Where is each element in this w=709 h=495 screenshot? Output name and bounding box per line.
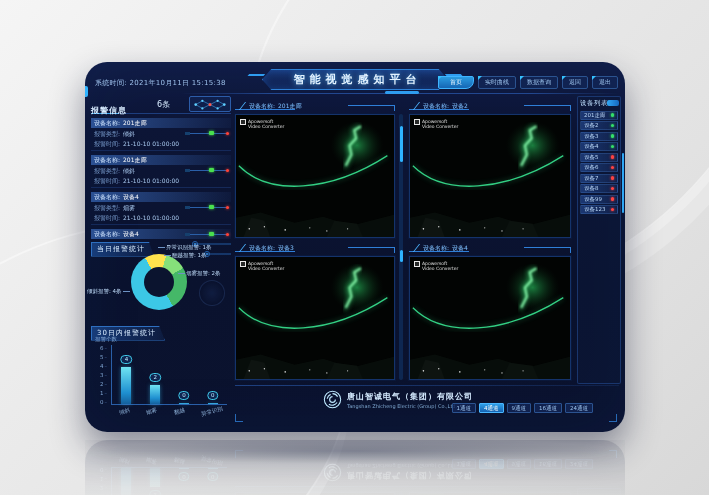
device-row[interactable]: 设备8	[580, 184, 618, 193]
bar-value: 4	[121, 355, 133, 364]
bar-x-labels: 倾斜 烟雾 翻越 异常识别	[111, 408, 231, 415]
donut-label-abnormal: 异常识别报警: 1条	[157, 244, 212, 251]
slider-thumb[interactable]	[209, 205, 214, 209]
device-row[interactable]: 设备7	[580, 174, 618, 183]
company-name-cn: 唐山智诚电气（集团）有限公司	[347, 391, 473, 402]
video-grid-scrollbar[interactable]	[399, 114, 403, 380]
device-list-more-button[interactable]	[607, 100, 619, 106]
daily-stats-section: 当日报警统计 倾斜报警: 4条 异常识别报警: 1条 翻越报警: 1条 烟雾报警…	[91, 236, 231, 316]
company-logo-icon	[323, 390, 342, 409]
slider-thumb[interactable]	[209, 168, 214, 172]
status-dot	[611, 124, 615, 128]
daily-donut-chart	[131, 254, 187, 310]
video-device-name: 201走廊	[278, 102, 301, 111]
channel-button-16[interactable]: 16通道	[534, 403, 562, 413]
nav-button-home[interactable]: 首页	[438, 76, 474, 89]
video-watermark: ApowersoftVideo Converter	[240, 119, 284, 129]
monthly-stats-section: 30日内报警统计 报警个数 6543210 4 2 0 0 倾斜 烟雾 翻越 异…	[91, 320, 231, 420]
status-dot	[611, 176, 615, 180]
scrollbar-thumb[interactable]	[400, 126, 403, 162]
video-device-name: 设备2	[452, 102, 468, 111]
slider-alarm-dot	[226, 169, 230, 173]
alarm-threshold-slider[interactable]	[185, 205, 229, 209]
device-list-scrollbar[interactable]	[622, 153, 624, 213]
device-row[interactable]: 201走廊	[580, 111, 618, 120]
watermark-emblem	[199, 280, 225, 306]
video-device-name: 设备4	[452, 244, 468, 253]
channel-button-1[interactable]: 1通道	[452, 403, 477, 413]
edge-accent	[85, 86, 88, 97]
alarm-type: 倾斜	[123, 167, 135, 176]
channel-button-24[interactable]: 24通道	[565, 403, 593, 413]
status-dot	[611, 155, 615, 159]
status-dot	[611, 134, 615, 138]
status-dot	[611, 145, 615, 149]
status-dot	[611, 166, 615, 170]
alarm-time: 21-10-10 01:00:00	[123, 177, 179, 186]
device-row[interactable]: 设备4	[580, 142, 618, 151]
alarm-threshold-slider[interactable]	[185, 168, 229, 172]
video-panel-3: 设备名称:设备3	[233, 242, 397, 382]
company-brand: 唐山智诚电气（集团）有限公司 Tangshan Zhicheng Electri…	[323, 390, 473, 409]
donut-label-climb: 翻越报警: 1条	[163, 252, 207, 259]
device-row[interactable]: 设备2	[580, 121, 618, 130]
bar-abnormal	[208, 403, 218, 404]
device-row[interactable]: 设备123	[580, 205, 618, 214]
device-row[interactable]: 设备6	[580, 163, 618, 172]
bar-value: 0	[207, 391, 219, 400]
scrollbar-thumb[interactable]	[400, 250, 403, 262]
bar-value: 0	[178, 391, 190, 400]
video-feed[interactable]: ApowersoftVideo Converter	[235, 256, 395, 380]
status-dot	[611, 187, 615, 191]
alarm-type: 倾斜	[123, 130, 135, 139]
status-dot	[611, 113, 615, 117]
alarm-threshold-slider[interactable]	[185, 131, 229, 135]
video-header: 设备名称:设备2	[407, 100, 573, 112]
page-title: 智能视觉感知平台	[289, 72, 422, 87]
device-row[interactable]: 设备99	[580, 195, 618, 204]
channel-button-9[interactable]: 9通道	[507, 403, 532, 413]
nav-button-realtime-curve[interactable]: 实时曲线	[478, 76, 516, 89]
alarm-device-name: 201走廊	[123, 119, 146, 128]
device-row[interactable]: 设备3	[580, 132, 618, 141]
nav-button-data-query[interactable]: 数据查询	[520, 76, 558, 89]
video-frame	[236, 115, 394, 237]
screen-shadow	[95, 438, 615, 464]
alarm-list-item[interactable]: 设备名称:201走廊 报警类型:倾斜 报警时间:21-10-10 01:00:0…	[91, 155, 231, 188]
bar-value: 2	[149, 373, 161, 382]
device-row[interactable]: 设备5	[580, 153, 618, 162]
header-accent-dash	[385, 91, 419, 94]
alarm-panel-title: 报警信息	[91, 106, 127, 115]
nav-button-back[interactable]: 返回	[562, 76, 588, 89]
bar-tilt	[121, 367, 131, 404]
topology-icon	[190, 97, 230, 112]
alarm-device-name: 201走廊	[123, 156, 146, 165]
status-dot	[611, 197, 615, 201]
video-watermark: ApowersoftVideo Converter	[240, 261, 284, 271]
alarm-list-item[interactable]: 设备名称:201走廊 报警类型:倾斜 报警时间:21-10-10 01:00:0…	[91, 118, 231, 151]
status-dot	[611, 208, 615, 212]
bar-y-ticks: 6543210	[97, 345, 107, 405]
video-panel-1: 设备名称:201走廊	[233, 100, 397, 240]
monthly-bar-chart: 报警个数 6543210 4 2 0 0 倾斜 烟雾 翻越 异常识别	[91, 336, 231, 420]
footer-divider	[235, 385, 619, 386]
slider-alarm-dot	[226, 206, 230, 210]
alarm-device-name: 设备4	[123, 193, 139, 202]
video-feed[interactable]: ApowersoftVideo Converter	[409, 256, 571, 380]
donut-label-tilt: 倾斜报警: 4条	[87, 288, 131, 295]
video-watermark: ApowersoftVideo Converter	[414, 261, 458, 271]
channel-button-4[interactable]: 4通道	[479, 403, 504, 413]
video-feed[interactable]: ApowersoftVideo Converter	[409, 114, 571, 238]
dashboard-screen: 系统时间: 2021年10月11日 15:15:38 智能视觉感知平台 首页 实…	[85, 62, 625, 432]
slider-thumb[interactable]	[209, 131, 214, 135]
slider-alarm-dot	[226, 132, 230, 136]
device-list-title: 设备列表	[580, 99, 608, 108]
system-time: 系统时间: 2021年10月11日 15:15:38	[95, 78, 226, 88]
page-title-frame: 智能视觉感知平台	[262, 69, 448, 90]
watermark-icon	[240, 261, 246, 267]
video-feed[interactable]: ApowersoftVideo Converter	[235, 114, 395, 238]
alarm-list-item[interactable]: 设备名称:设备4 报警类型:烟雾 报警时间:21-10-10 01:00:00	[91, 192, 231, 225]
watermark-icon	[414, 261, 420, 267]
watermark-icon	[414, 119, 420, 125]
nav-button-exit[interactable]: 退出	[592, 76, 618, 89]
